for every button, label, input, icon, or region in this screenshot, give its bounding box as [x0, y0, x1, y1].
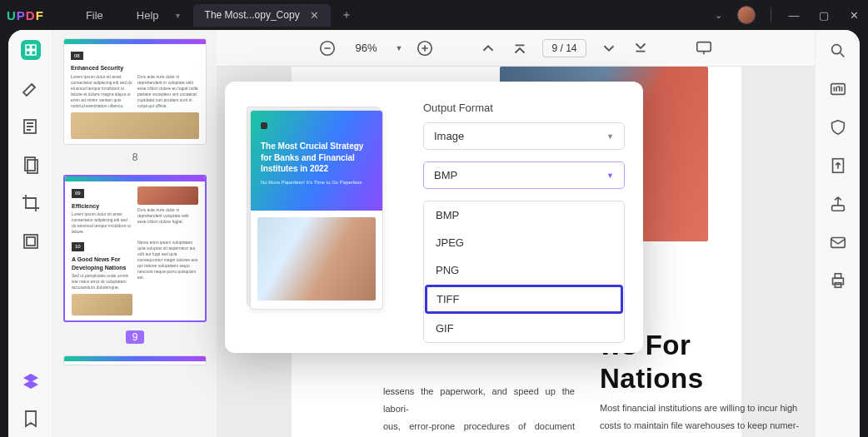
print-icon[interactable]: [829, 271, 847, 290]
window-controls: ⌄ — ▢ ✕: [715, 6, 861, 24]
format-option-png[interactable]: PNG: [424, 256, 624, 284]
last-page-icon[interactable]: [631, 39, 650, 57]
close-icon[interactable]: ✕: [846, 9, 861, 22]
title-bar: UPDF File Help ▾ The Most...opy_Copy ✕ ＋…: [0, 0, 868, 30]
format-option-tiff[interactable]: TIFF: [425, 285, 623, 314]
chevron-down-icon: ▼: [606, 132, 614, 141]
svg-point-12: [831, 45, 841, 54]
minimize-icon[interactable]: —: [786, 9, 801, 22]
output-type-value: Image: [434, 130, 464, 142]
svg-rect-3: [31, 51, 35, 55]
account-chevron-icon[interactable]: ⌄: [715, 10, 722, 21]
layers-icon[interactable]: [21, 372, 41, 392]
ocr-icon[interactable]: [829, 80, 847, 98]
highlighter-icon[interactable]: [21, 78, 41, 98]
thumbnail-page-9-label: 9: [126, 330, 145, 344]
menu-file[interactable]: File: [69, 9, 120, 22]
page-text-left: lessens the paperwork, and speed up the …: [383, 383, 575, 437]
maximize-icon[interactable]: ▢: [816, 9, 831, 22]
crop-icon[interactable]: [21, 193, 41, 213]
export-page-icon[interactable]: [829, 156, 847, 175]
prev-page-icon[interactable]: [479, 39, 497, 57]
page-text-right: Most financial institutions are willing …: [600, 400, 808, 437]
email-icon[interactable]: [829, 233, 847, 251]
form-icon[interactable]: [21, 231, 41, 251]
pages-icon[interactable]: [21, 155, 41, 175]
output-format-value: BMP: [434, 169, 457, 181]
output-type-select[interactable]: Image ▼: [423, 122, 625, 150]
tab-title: The Most...opy_Copy: [205, 9, 300, 21]
svg-rect-18: [835, 274, 841, 279]
format-dropdown: BMP JPEG PNG TIFF GIF: [423, 201, 625, 343]
format-option-bmp[interactable]: BMP: [424, 201, 624, 229]
zoom-out-icon[interactable]: [318, 39, 337, 57]
svg-rect-19: [835, 283, 841, 288]
view-toolbar: 96% ▼ 9 / 14: [217, 30, 815, 67]
thumbnail-panel: 08 Enhanced Security Lorem ipsum dolor s…: [53, 30, 217, 437]
tab-close-icon[interactable]: ✕: [310, 9, 319, 22]
thumbnail-page-8-label: 8: [63, 151, 207, 163]
zoom-level[interactable]: 96%: [350, 42, 382, 54]
avatar[interactable]: [737, 6, 756, 24]
menu-help[interactable]: Help: [120, 9, 176, 22]
thumbnail-page-9[interactable]: 09 Efficiency Lorem ipsum dolor sit amet…: [63, 175, 207, 322]
zoom-chevron-icon[interactable]: ▼: [396, 44, 403, 52]
output-format-label: Output Format: [423, 102, 625, 114]
format-option-gif[interactable]: GIF: [424, 315, 624, 342]
thumbnail-page-10[interactable]: [63, 355, 207, 365]
svg-rect-11: [696, 42, 711, 51]
page-indicator[interactable]: 9 / 14: [542, 39, 586, 57]
right-tool-rail: [815, 30, 860, 437]
tab-list-chevron-icon[interactable]: ▾: [176, 11, 180, 20]
bookmark-icon[interactable]: [21, 409, 41, 429]
svg-rect-8: [27, 237, 35, 246]
left-tool-rail: [8, 30, 53, 437]
svg-rect-16: [831, 238, 845, 248]
svg-rect-1: [31, 45, 35, 49]
svg-rect-0: [26, 45, 30, 49]
document-tab[interactable]: The Most...opy_Copy ✕: [193, 4, 331, 27]
tab-add-icon[interactable]: ＋: [341, 7, 352, 22]
svg-rect-13: [831, 84, 845, 95]
thumbnail-page-8[interactable]: 08 Enhanced Security Lorem ipsum dolor s…: [63, 38, 207, 145]
search-icon[interactable]: [829, 42, 847, 60]
chevron-down-icon: ▼: [606, 171, 614, 180]
output-format-select[interactable]: BMP ▼: [423, 161, 625, 189]
edit-text-icon[interactable]: [21, 117, 41, 137]
thumbnails-panel-icon[interactable]: [21, 40, 41, 60]
format-option-jpeg[interactable]: JPEG: [424, 229, 624, 256]
separator: [771, 7, 771, 22]
first-page-icon[interactable]: [511, 39, 529, 57]
share-icon[interactable]: [829, 195, 847, 213]
presentation-icon[interactable]: [695, 39, 713, 57]
export-modal: The Most Crucial Strategy for Banks and …: [225, 82, 643, 353]
svg-rect-15: [831, 206, 844, 211]
next-page-icon[interactable]: [600, 39, 618, 57]
svg-rect-2: [26, 51, 30, 55]
app-logo: UPDF: [7, 8, 44, 22]
zoom-in-icon[interactable]: [416, 39, 434, 57]
protect-icon[interactable]: [829, 118, 847, 137]
export-preview: The Most Crucial Strategy for Banks and …: [250, 110, 400, 333]
